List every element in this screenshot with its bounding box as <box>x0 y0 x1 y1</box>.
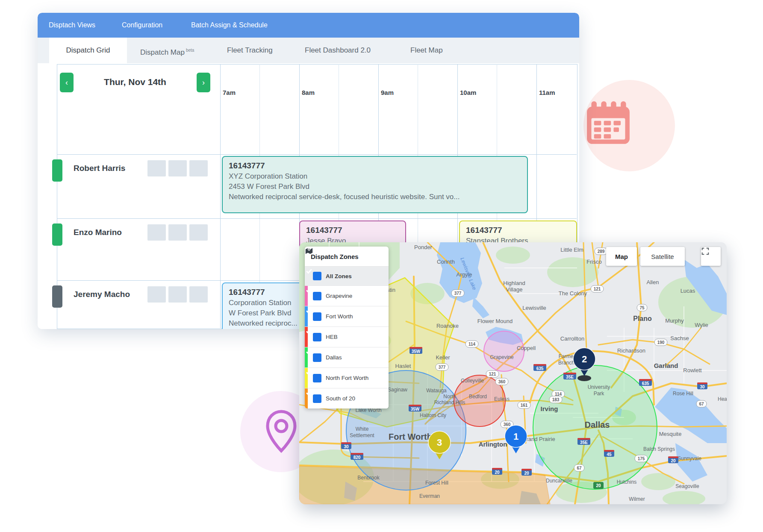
svg-text:Balch Springs: Balch Springs <box>643 446 675 452</box>
svg-text:377: 377 <box>439 365 446 370</box>
svg-text:Ponder: Ponder <box>414 244 433 250</box>
svg-text:Corinth: Corinth <box>437 259 455 265</box>
svg-text:Flower Mound: Flower Mound <box>477 318 513 324</box>
svg-text:3: 3 <box>437 437 442 448</box>
resource-name: Enzo Marino <box>74 228 122 237</box>
svg-text:Duncanville: Duncanville <box>546 478 572 484</box>
zone-row-all-zones[interactable]: All Zones <box>305 267 389 286</box>
zone-label: HEB <box>326 334 338 340</box>
slot-placeholder <box>147 286 166 303</box>
tab-dispatch-map[interactable]: Dispatch Mapbeta <box>140 38 194 63</box>
zone-checkbox[interactable] <box>313 353 321 362</box>
slot-placeholder <box>168 286 187 303</box>
svg-text:Little Elm: Little Elm <box>560 247 583 253</box>
zone-row-heb[interactable]: HEB <box>305 327 389 347</box>
zone-checkbox[interactable] <box>313 272 321 280</box>
zone-checkbox[interactable] <box>313 374 321 382</box>
job-card[interactable]: 16143777 XYZ Corporation Station 2453 W … <box>222 156 528 213</box>
zone-checkbox[interactable] <box>313 292 321 300</box>
map-panel: PonderCorinthLittle ElmFriscoThe ColonyH… <box>299 242 727 504</box>
fullscreen-icon <box>701 247 710 256</box>
tab-dispatch-grid[interactable]: Dispatch Grid <box>49 38 127 63</box>
svg-text:Euless: Euless <box>494 396 510 402</box>
date-label: Thur, Nov 14th <box>76 77 194 87</box>
job-line: 2453 W Forest Park Blvd <box>229 182 521 192</box>
svg-text:289: 289 <box>598 249 605 254</box>
svg-text:Mesquite: Mesquite <box>659 431 682 437</box>
prev-day-button[interactable]: ‹ <box>60 73 74 92</box>
location-pin-icon <box>264 409 298 453</box>
zone-row-north-fort-worth[interactable]: North Fort Worth <box>305 368 389 388</box>
zone-label: South of 20 <box>326 395 355 402</box>
svg-text:Haltom City: Haltom City <box>420 412 446 418</box>
svg-text:Coppell: Coppell <box>517 345 536 351</box>
svg-text:Richardson: Richardson <box>617 347 645 354</box>
nav-dispatch-views[interactable]: Disptach Views <box>49 13 95 38</box>
svg-text:Dallas: Dallas <box>585 420 610 429</box>
svg-text:Haslet: Haslet <box>395 363 411 369</box>
svg-text:175: 175 <box>638 456 645 461</box>
zone-checkbox[interactable] <box>313 312 321 321</box>
nav-configuration[interactable]: Configuration <box>122 13 162 38</box>
tab-fleet-map[interactable]: Fleet Map <box>410 38 443 63</box>
svg-text:Colleyville: Colleyville <box>461 378 484 384</box>
fullscreen-button[interactable] <box>701 247 721 266</box>
svg-text:Lucas: Lucas <box>681 288 695 294</box>
svg-text:Seagoville: Seagoville <box>675 483 699 489</box>
zone-row-fort-worth[interactable]: Fort Worth <box>305 306 389 327</box>
status-bar <box>52 159 62 182</box>
svg-text:Arlington: Arlington <box>479 441 507 448</box>
zone-row-dallas[interactable]: Dallas <box>305 347 389 368</box>
svg-text:121: 121 <box>489 372 496 376</box>
tab-fleet-dashboard[interactable]: Fleet Dashboard 2.0 <box>305 38 371 63</box>
slot-placeholder <box>147 224 166 241</box>
svg-text:114: 114 <box>468 342 476 347</box>
zone-label: All Zones <box>326 273 352 279</box>
svg-text:Settlement: Settlement <box>350 432 374 438</box>
svg-text:635: 635 <box>536 366 544 371</box>
zone-label: Dallas <box>326 354 342 361</box>
svg-text:Village: Village <box>506 286 523 293</box>
time-column-label: 9am <box>381 89 394 96</box>
svg-text:Rowlett: Rowlett <box>683 367 702 373</box>
svg-text:Carrollton: Carrollton <box>560 335 584 342</box>
svg-text:Hutchins: Hutchins <box>617 479 637 485</box>
zone-row-south-of-20[interactable]: South of 20 <box>305 388 389 409</box>
zone-row-grapevine[interactable]: Grapevine <box>305 286 389 306</box>
tab-fleet-tracking[interactable]: Fleet Tracking <box>227 38 273 63</box>
tab-bar: Dispatch Grid Dispatch Mapbeta Fleet Tra… <box>38 38 579 63</box>
svg-text:Roanoke: Roanoke <box>436 323 459 329</box>
slot-placeholder <box>189 286 208 303</box>
svg-text:67: 67 <box>699 402 704 406</box>
top-navbar: Disptach Views Configuration Batch Assig… <box>38 13 579 38</box>
slot-placeholder <box>189 160 208 176</box>
svg-text:20: 20 <box>524 471 529 476</box>
svg-text:35E: 35E <box>580 440 588 445</box>
svg-text:45: 45 <box>607 452 612 457</box>
svg-text:121: 121 <box>594 287 601 291</box>
svg-text:35E: 35E <box>566 375 574 379</box>
svg-text:360: 360 <box>504 422 511 427</box>
svg-text:Branch: Branch <box>558 360 574 366</box>
svg-text:Murphy: Murphy <box>665 317 684 324</box>
map-type-button[interactable]: Map <box>606 247 637 266</box>
svg-text:Watauga: Watauga <box>426 388 447 394</box>
nav-batch-assign[interactable]: Batch Assign & Schedule <box>191 13 268 38</box>
job-id: 16143777 <box>229 160 521 171</box>
zone-checkbox[interactable] <box>313 333 321 341</box>
svg-text:Sunnyvale: Sunnyvale <box>678 456 701 461</box>
status-bar <box>52 285 62 308</box>
svg-text:Fort Worth: Fort Worth <box>389 432 432 441</box>
svg-text:Saginaw: Saginaw <box>388 387 407 393</box>
next-day-button[interactable]: › <box>197 73 210 92</box>
svg-text:20: 20 <box>596 483 601 488</box>
job-id: 16143777 <box>466 225 570 236</box>
calendar-icon <box>587 101 630 146</box>
svg-text:Lewisville: Lewisville <box>522 305 546 311</box>
time-column-label: 10am <box>460 89 476 96</box>
slot-placeholder <box>147 160 166 176</box>
zone-checkbox[interactable] <box>313 394 321 403</box>
svg-text:35W: 35W <box>411 407 420 411</box>
job-id: 16143777 <box>306 225 399 236</box>
satellite-type-button[interactable]: Satellite <box>640 247 685 266</box>
